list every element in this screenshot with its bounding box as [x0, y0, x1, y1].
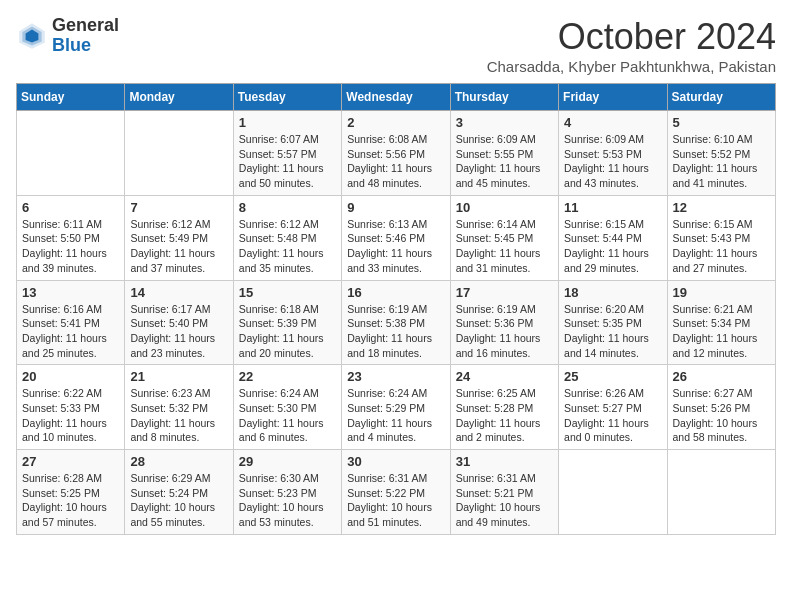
day-number: 9 — [347, 200, 444, 215]
calendar-cell: 2Sunrise: 6:08 AMSunset: 5:56 PMDaylight… — [342, 111, 450, 196]
day-number: 30 — [347, 454, 444, 469]
day-info: Sunrise: 6:26 AMSunset: 5:27 PMDaylight:… — [564, 386, 661, 445]
calendar-cell: 11Sunrise: 6:15 AMSunset: 5:44 PMDayligh… — [559, 195, 667, 280]
day-number: 5 — [673, 115, 770, 130]
day-number: 25 — [564, 369, 661, 384]
calendar-cell: 31Sunrise: 6:31 AMSunset: 5:21 PMDayligh… — [450, 450, 558, 535]
day-number: 21 — [130, 369, 227, 384]
calendar-cell: 20Sunrise: 6:22 AMSunset: 5:33 PMDayligh… — [17, 365, 125, 450]
day-info: Sunrise: 6:28 AMSunset: 5:25 PMDaylight:… — [22, 471, 119, 530]
day-info: Sunrise: 6:21 AMSunset: 5:34 PMDaylight:… — [673, 302, 770, 361]
day-info: Sunrise: 6:17 AMSunset: 5:40 PMDaylight:… — [130, 302, 227, 361]
day-info: Sunrise: 6:07 AMSunset: 5:57 PMDaylight:… — [239, 132, 336, 191]
day-number: 23 — [347, 369, 444, 384]
calendar-cell: 26Sunrise: 6:27 AMSunset: 5:26 PMDayligh… — [667, 365, 775, 450]
page-header: General Blue October 2024 Charsadda, Khy… — [16, 16, 776, 75]
logo: General Blue — [16, 16, 119, 56]
calendar-cell — [17, 111, 125, 196]
calendar-cell: 18Sunrise: 6:20 AMSunset: 5:35 PMDayligh… — [559, 280, 667, 365]
calendar-cell: 3Sunrise: 6:09 AMSunset: 5:55 PMDaylight… — [450, 111, 558, 196]
day-info: Sunrise: 6:30 AMSunset: 5:23 PMDaylight:… — [239, 471, 336, 530]
day-info: Sunrise: 6:31 AMSunset: 5:21 PMDaylight:… — [456, 471, 553, 530]
day-header-sunday: Sunday — [17, 84, 125, 111]
day-info: Sunrise: 6:24 AMSunset: 5:29 PMDaylight:… — [347, 386, 444, 445]
calendar-table: SundayMondayTuesdayWednesdayThursdayFrid… — [16, 83, 776, 535]
main-title: October 2024 — [487, 16, 776, 58]
day-number: 27 — [22, 454, 119, 469]
day-info: Sunrise: 6:16 AMSunset: 5:41 PMDaylight:… — [22, 302, 119, 361]
day-info: Sunrise: 6:27 AMSunset: 5:26 PMDaylight:… — [673, 386, 770, 445]
day-header-friday: Friday — [559, 84, 667, 111]
calendar-cell: 27Sunrise: 6:28 AMSunset: 5:25 PMDayligh… — [17, 450, 125, 535]
calendar-cell: 15Sunrise: 6:18 AMSunset: 5:39 PMDayligh… — [233, 280, 341, 365]
week-row-3: 13Sunrise: 6:16 AMSunset: 5:41 PMDayligh… — [17, 280, 776, 365]
day-number: 7 — [130, 200, 227, 215]
day-number: 11 — [564, 200, 661, 215]
day-number: 20 — [22, 369, 119, 384]
calendar-cell: 4Sunrise: 6:09 AMSunset: 5:53 PMDaylight… — [559, 111, 667, 196]
week-row-5: 27Sunrise: 6:28 AMSunset: 5:25 PMDayligh… — [17, 450, 776, 535]
calendar-cell: 6Sunrise: 6:11 AMSunset: 5:50 PMDaylight… — [17, 195, 125, 280]
day-info: Sunrise: 6:11 AMSunset: 5:50 PMDaylight:… — [22, 217, 119, 276]
calendar-header: SundayMondayTuesdayWednesdayThursdayFrid… — [17, 84, 776, 111]
week-row-1: 1Sunrise: 6:07 AMSunset: 5:57 PMDaylight… — [17, 111, 776, 196]
day-info: Sunrise: 6:19 AMSunset: 5:38 PMDaylight:… — [347, 302, 444, 361]
day-number: 4 — [564, 115, 661, 130]
calendar-cell: 5Sunrise: 6:10 AMSunset: 5:52 PMDaylight… — [667, 111, 775, 196]
calendar-cell: 12Sunrise: 6:15 AMSunset: 5:43 PMDayligh… — [667, 195, 775, 280]
week-row-4: 20Sunrise: 6:22 AMSunset: 5:33 PMDayligh… — [17, 365, 776, 450]
day-number: 14 — [130, 285, 227, 300]
day-number: 3 — [456, 115, 553, 130]
calendar-cell: 28Sunrise: 6:29 AMSunset: 5:24 PMDayligh… — [125, 450, 233, 535]
day-number: 15 — [239, 285, 336, 300]
calendar-cell — [559, 450, 667, 535]
day-info: Sunrise: 6:08 AMSunset: 5:56 PMDaylight:… — [347, 132, 444, 191]
calendar-cell — [667, 450, 775, 535]
calendar-cell: 30Sunrise: 6:31 AMSunset: 5:22 PMDayligh… — [342, 450, 450, 535]
day-number: 22 — [239, 369, 336, 384]
day-info: Sunrise: 6:25 AMSunset: 5:28 PMDaylight:… — [456, 386, 553, 445]
calendar-cell: 8Sunrise: 6:12 AMSunset: 5:48 PMDaylight… — [233, 195, 341, 280]
day-info: Sunrise: 6:12 AMSunset: 5:48 PMDaylight:… — [239, 217, 336, 276]
calendar-cell: 16Sunrise: 6:19 AMSunset: 5:38 PMDayligh… — [342, 280, 450, 365]
calendar-cell — [125, 111, 233, 196]
days-row: SundayMondayTuesdayWednesdayThursdayFrid… — [17, 84, 776, 111]
logo-blue-text: Blue — [52, 36, 119, 56]
day-number: 2 — [347, 115, 444, 130]
calendar-cell: 21Sunrise: 6:23 AMSunset: 5:32 PMDayligh… — [125, 365, 233, 450]
day-info: Sunrise: 6:22 AMSunset: 5:33 PMDaylight:… — [22, 386, 119, 445]
day-number: 16 — [347, 285, 444, 300]
calendar-cell: 23Sunrise: 6:24 AMSunset: 5:29 PMDayligh… — [342, 365, 450, 450]
day-header-wednesday: Wednesday — [342, 84, 450, 111]
title-area: October 2024 Charsadda, Khyber Pakhtunkh… — [487, 16, 776, 75]
day-header-tuesday: Tuesday — [233, 84, 341, 111]
day-number: 31 — [456, 454, 553, 469]
day-info: Sunrise: 6:15 AMSunset: 5:44 PMDaylight:… — [564, 217, 661, 276]
calendar-cell: 24Sunrise: 6:25 AMSunset: 5:28 PMDayligh… — [450, 365, 558, 450]
logo-icon — [16, 20, 48, 52]
calendar-cell: 1Sunrise: 6:07 AMSunset: 5:57 PMDaylight… — [233, 111, 341, 196]
day-number: 8 — [239, 200, 336, 215]
day-number: 19 — [673, 285, 770, 300]
day-number: 18 — [564, 285, 661, 300]
day-info: Sunrise: 6:09 AMSunset: 5:53 PMDaylight:… — [564, 132, 661, 191]
day-number: 28 — [130, 454, 227, 469]
day-header-monday: Monday — [125, 84, 233, 111]
day-number: 1 — [239, 115, 336, 130]
day-info: Sunrise: 6:10 AMSunset: 5:52 PMDaylight:… — [673, 132, 770, 191]
calendar-cell: 19Sunrise: 6:21 AMSunset: 5:34 PMDayligh… — [667, 280, 775, 365]
day-header-thursday: Thursday — [450, 84, 558, 111]
calendar-cell: 22Sunrise: 6:24 AMSunset: 5:30 PMDayligh… — [233, 365, 341, 450]
day-info: Sunrise: 6:24 AMSunset: 5:30 PMDaylight:… — [239, 386, 336, 445]
day-info: Sunrise: 6:15 AMSunset: 5:43 PMDaylight:… — [673, 217, 770, 276]
calendar-cell: 9Sunrise: 6:13 AMSunset: 5:46 PMDaylight… — [342, 195, 450, 280]
week-row-2: 6Sunrise: 6:11 AMSunset: 5:50 PMDaylight… — [17, 195, 776, 280]
day-header-saturday: Saturday — [667, 84, 775, 111]
day-number: 12 — [673, 200, 770, 215]
calendar-cell: 7Sunrise: 6:12 AMSunset: 5:49 PMDaylight… — [125, 195, 233, 280]
calendar-cell: 14Sunrise: 6:17 AMSunset: 5:40 PMDayligh… — [125, 280, 233, 365]
day-info: Sunrise: 6:12 AMSunset: 5:49 PMDaylight:… — [130, 217, 227, 276]
calendar-cell: 10Sunrise: 6:14 AMSunset: 5:45 PMDayligh… — [450, 195, 558, 280]
day-info: Sunrise: 6:29 AMSunset: 5:24 PMDaylight:… — [130, 471, 227, 530]
day-number: 10 — [456, 200, 553, 215]
